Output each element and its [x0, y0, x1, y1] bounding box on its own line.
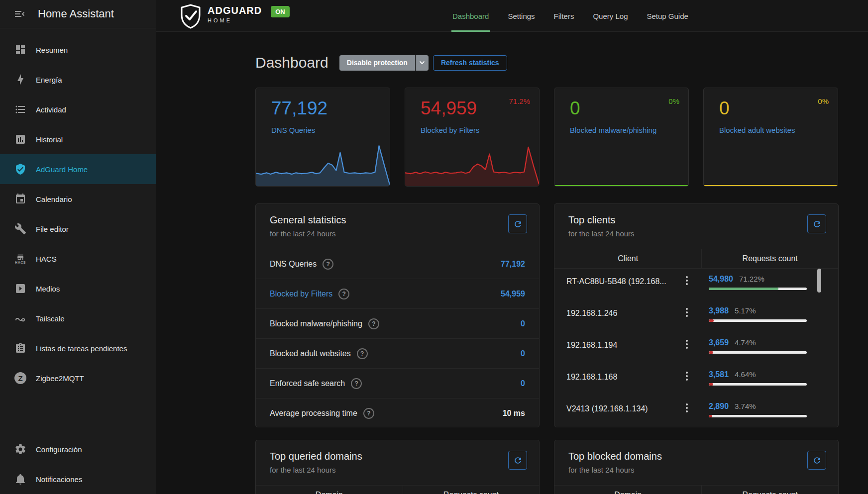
tab-settings[interactable]: Settings: [508, 0, 535, 32]
panel-subtitle: for the last 24 hours: [568, 229, 824, 238]
stats-row-label: Blocked malware/phishing: [270, 319, 362, 328]
client-progress-bar: [709, 383, 807, 386]
client-percent: 3.74%: [735, 402, 756, 410]
help-icon[interactable]: [368, 318, 379, 329]
client-menu-icon[interactable]: [676, 396, 698, 428]
refresh-button[interactable]: [807, 214, 826, 233]
sidebar-item-configuracion[interactable]: Configuración: [0, 434, 156, 464]
sidebar-toggle-icon[interactable]: [13, 7, 26, 20]
client-count: 3,659: [709, 338, 729, 347]
refresh-icon: [513, 219, 523, 229]
refresh-button[interactable]: [807, 451, 826, 470]
top-queried-domains-card: Top queried domains for the last 24 hour…: [255, 440, 540, 494]
client-name[interactable]: V2413 (192.168.1.134): [566, 396, 676, 428]
client-menu-icon[interactable]: [676, 300, 698, 332]
adguard-logo[interactable]: ADGUARD HOME ON: [180, 4, 290, 29]
stat-label-link[interactable]: DNS Queries: [271, 126, 315, 134]
stat-card-blocked-adult: 0 0% Blocked adult websites: [703, 88, 838, 187]
client-count: 3,988: [709, 306, 729, 315]
protection-on-badge: ON: [271, 6, 290, 17]
client-menu-icon[interactable]: [676, 364, 698, 396]
sidebar-item-tailscale[interactable]: Tailscale: [0, 303, 156, 333]
stat-percent: 0%: [668, 97, 679, 105]
general-statistics-card: General statistics for the last 24 hours…: [255, 203, 540, 427]
sidebar-item-adguard-home[interactable]: AdGuard Home: [0, 154, 156, 184]
client-menu-icon[interactable]: [676, 332, 698, 364]
client-percent: 5.17%: [735, 306, 756, 315]
tab-filters[interactable]: Filters: [554, 0, 574, 32]
help-icon[interactable]: [357, 348, 368, 359]
sidebar-item-medios[interactable]: Medios: [0, 274, 156, 303]
panel-subtitle: for the last 24 hours: [270, 466, 525, 474]
clipboard-list-icon: [14, 342, 27, 355]
client-count: 3,581: [709, 370, 729, 379]
stats-row-value: 0: [521, 349, 525, 358]
stats-row-label: DNS Queries: [270, 260, 317, 269]
sidebar-item-zigbee2mqtt[interactable]: Z Zigbee2MQTT: [0, 363, 156, 393]
stat-label-link[interactable]: Blocked by Filters: [421, 126, 479, 134]
stats-row-value: 0: [521, 319, 525, 328]
top-clients-card: Top clients for the last 24 hours Client…: [554, 203, 839, 427]
sidebar-item-historial[interactable]: Historial: [0, 124, 156, 154]
adguard-shield-icon: [180, 4, 202, 29]
client-progress-bar: [709, 288, 807, 290]
client-menu-icon[interactable]: [676, 269, 698, 300]
flat-sparkline: [704, 185, 838, 186]
stat-value: 0: [719, 98, 730, 119]
panel-title: General statistics: [270, 214, 525, 226]
tab-query-log[interactable]: Query Log: [593, 0, 628, 32]
help-icon[interactable]: [363, 408, 374, 419]
sidebar-item-calendario[interactable]: Calendario: [0, 184, 156, 214]
sidebar-bottom: Configuración Notificaciones: [0, 434, 156, 494]
stats-row-blocked-malware: Blocked malware/phishing 0: [256, 308, 539, 338]
client-row: 192.168.1.194 3,6594.74%: [554, 332, 838, 364]
stat-label-link[interactable]: Blocked adult websites: [719, 126, 795, 134]
tab-setup-guide[interactable]: Setup Guide: [647, 0, 688, 32]
dashboard-grid-icon: [14, 43, 27, 56]
refresh-icon: [513, 456, 523, 465]
sidebar-item-energia[interactable]: Energía: [0, 65, 156, 95]
top-blocked-domains-card: Top blocked domains for the last 24 hour…: [554, 440, 839, 494]
client-name[interactable]: 192.168.1.246: [566, 300, 676, 332]
stat-cards-row: 77,192 DNS Queries 54,959 71.2% Blocked …: [255, 88, 839, 187]
stats-row-value: 77,192: [501, 260, 525, 269]
help-icon[interactable]: [323, 259, 333, 270]
sidebar-item-actividad[interactable]: Actividad: [0, 95, 156, 124]
client-percent: 71.22%: [739, 275, 764, 283]
client-percent: 4.74%: [735, 338, 756, 347]
clients-scrollbar[interactable]: [817, 269, 821, 293]
refresh-button[interactable]: [508, 214, 527, 233]
ha-sidebar: Home Assistant Resumen Energía Actividad…: [0, 0, 156, 494]
help-icon[interactable]: [351, 378, 362, 389]
stat-percent: 0%: [818, 97, 829, 105]
client-row: 192.168.1.246 3,9885.17%: [554, 300, 838, 332]
client-name[interactable]: 192.168.1.194: [566, 332, 676, 364]
stats-row-blocked-filters: Blocked by Filters 54,959: [256, 279, 539, 308]
refresh-button[interactable]: [508, 451, 527, 470]
panel-title: Top clients: [568, 214, 824, 226]
client-name[interactable]: 192.168.1.168: [566, 364, 676, 396]
column-header-requests: Requests count: [403, 486, 539, 494]
disable-protection-button[interactable]: Disable protection: [339, 55, 429, 71]
sidebar-item-hacs[interactable]: HACS HACS: [0, 244, 156, 274]
refresh-icon: [812, 456, 822, 465]
chart-box-icon: [14, 133, 27, 146]
chevron-down-icon[interactable]: [416, 55, 429, 71]
stats-row-link[interactable]: Blocked by Filters: [270, 290, 332, 298]
sidebar-items: Resumen Energía Actividad Historial AdGu…: [0, 28, 156, 393]
refresh-statistics-button[interactable]: Refresh statistics: [433, 55, 507, 71]
tab-dashboard[interactable]: Dashboard: [452, 0, 489, 32]
adguard-header: ADGUARD HOME ON Dashboard Settings Filte…: [156, 0, 868, 32]
client-name[interactable]: RT-AC88U-5B48 (192.168...: [566, 269, 676, 300]
help-icon[interactable]: [338, 289, 349, 299]
bell-icon: [14, 473, 27, 486]
stats-row-value: 10 ms: [503, 409, 525, 418]
stats-row-blocked-adult: Blocked adult websites 0: [256, 338, 539, 368]
stat-label-link[interactable]: Blocked malware/phishing: [570, 126, 656, 134]
sidebar-item-file-editor[interactable]: File editor: [0, 214, 156, 244]
sidebar-item-notificaciones[interactable]: Notificaciones: [0, 464, 156, 494]
gear-icon: [14, 443, 27, 456]
play-box-icon: [14, 282, 27, 295]
sidebar-item-listas-tareas[interactable]: Listas de tareas pendientes: [0, 333, 156, 363]
sidebar-item-resumen[interactable]: Resumen: [0, 35, 156, 65]
